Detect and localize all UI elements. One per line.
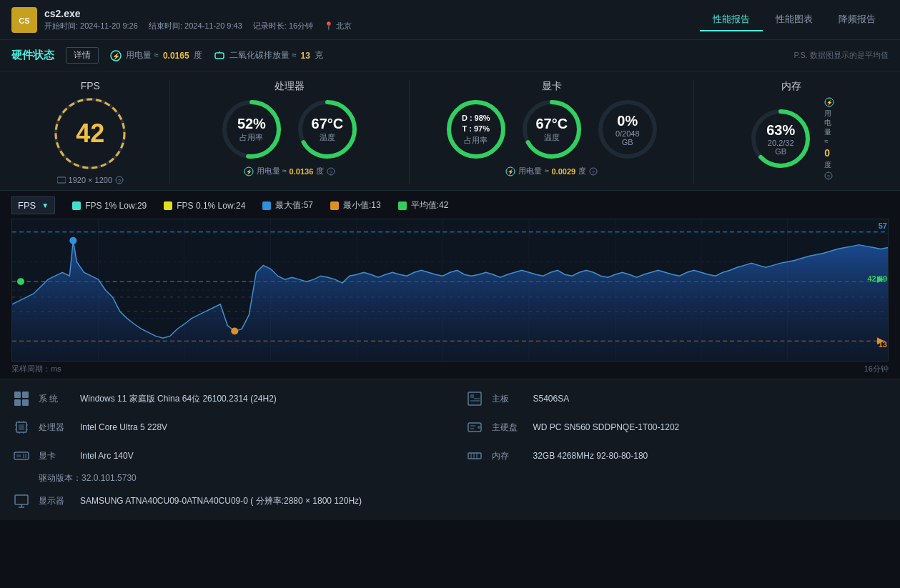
app-icon: CS — [11, 7, 37, 33]
svg-rect-68 — [19, 424, 24, 430]
cpu-power-icon: ⚡ — [244, 166, 254, 176]
svg-point-54 — [69, 237, 76, 244]
sysinfo-storage-row: 主硬盘 WD PC SN560 SDDPNQE-1T00-1202 — [465, 415, 889, 439]
app-header: CS cs2.exe 开始时间: 2024-11-20 9:26 结束时间: 2… — [0, 0, 900, 40]
svg-rect-85 — [468, 453, 481, 459]
svg-rect-60 — [22, 392, 29, 398]
hardware-bar: 硬件状态 详情 ⚡ 用电量 ≈ 0.0165 度 二氧化碳排放量 ≈ 13 克 … — [0, 40, 900, 71]
legend-dot-avg — [398, 201, 407, 210]
svg-rect-8 — [57, 177, 66, 183]
gpu-vram-value: 0% — [611, 113, 643, 129]
motherboard-key: 主板 — [492, 393, 526, 405]
driver-row: 驱动版本：32.0.101.5730 — [11, 472, 436, 484]
memory-usage-sub: 20.2/32 GB — [765, 139, 797, 156]
storage-icon — [465, 417, 485, 437]
memory-label: 内存 — [781, 80, 801, 93]
svg-rect-59 — [14, 392, 21, 398]
fps-value: 42 — [76, 119, 104, 149]
svg-rect-64 — [470, 394, 474, 398]
sysinfo-gpu-row: 显卡 Intel Arc 140V — [11, 444, 436, 468]
driver-label: 驱动版本：32.0.101.5730 — [39, 473, 137, 483]
gpu-power-question-icon: ? — [589, 167, 598, 176]
chart-svg — [12, 219, 888, 361]
gpu-temp-gauge: 67°C 温度 — [520, 97, 584, 161]
sysinfo-motherboard-row: 主板 S5406SA — [465, 387, 889, 411]
os-icon — [11, 389, 31, 409]
cpu-temp-gauge: 67°C 温度 — [295, 97, 360, 161]
fps-label: FPS — [81, 80, 100, 91]
cpu-temp-label: 温度 — [312, 132, 344, 143]
fps-chart — [11, 219, 889, 362]
power-stat: ⚡ 用电量 ≈ 0.0165 度 — [110, 49, 202, 61]
legend-dot-fps01 — [164, 201, 172, 210]
legend-min: 最小值:13 — [330, 199, 381, 211]
cpu-info-icon — [11, 417, 31, 437]
memory-info-key: 内存 — [492, 450, 526, 462]
chart-wrapper: 57 42.29 13 — [11, 219, 889, 362]
hardware-title: 硬件状态 — [11, 49, 54, 62]
svg-point-55 — [231, 327, 238, 334]
nav-throttle-report[interactable]: 降频报告 — [826, 9, 889, 31]
power-icon: ⚡ — [110, 50, 122, 61]
start-time: 开始时间: 2024-11-20 9:26 — [44, 21, 138, 30]
sysinfo-cpu-row: 处理器 Intel Core Ultra 5 228V — [11, 415, 436, 439]
memory-info-icon — [465, 446, 485, 466]
chart-section: FPS ▼ FPS 1% Low:29 FPS 0.1% Low:24 最大值:… — [0, 191, 900, 379]
svg-text:⚡: ⚡ — [826, 99, 833, 106]
svg-rect-4 — [215, 53, 224, 59]
selector-arrow: ▼ — [41, 201, 49, 209]
cpu-usage-label: 占用率 — [237, 132, 266, 143]
svg-text:?: ? — [330, 170, 332, 175]
fps-resolution: 1920 × 1200 ? — [57, 176, 124, 184]
cpu-usage-value: 52% — [237, 116, 266, 132]
chart-footer: 采样周期：ms 16分钟 — [11, 364, 889, 374]
cpu-temp-value: 67°C — [312, 116, 344, 132]
gpu-info-value: Intel Arc 140V — [80, 451, 134, 461]
app-title: cs2.exe — [44, 8, 369, 19]
svg-rect-82 — [16, 454, 21, 457]
question-icon: ? — [115, 176, 124, 184]
resolution-icon — [57, 176, 66, 184]
svg-rect-61 — [14, 399, 21, 406]
chart-max-label: 57 — [879, 221, 887, 230]
data-note: P.S. 数据图显示的是平均值 — [794, 50, 889, 61]
memory-power-icon: ⚡ — [824, 97, 834, 107]
storage-value: WD PC SN560 SDDPNQE-1T00-1202 — [533, 422, 680, 432]
gpu-temp-value: 67°C — [535, 116, 568, 132]
chart-avg-label: 42.29 — [867, 274, 887, 283]
memory-section: 内存 63% 20.2/32 GB ⚡ 用电量≈ 0 度 ? — [694, 80, 889, 184]
display-icon — [11, 491, 31, 511]
svg-text:⚡: ⚡ — [112, 52, 121, 61]
display-key: 显示器 — [39, 495, 73, 507]
cpu-label: 处理器 — [275, 80, 305, 93]
svg-text:?: ? — [827, 174, 830, 179]
motherboard-icon — [465, 389, 485, 409]
cpu-info-value: Intel Core Ultra 5 228V — [80, 422, 167, 432]
memory-info-value: 32GB 4268MHz 92-80-80-180 — [533, 451, 648, 461]
app-info: cs2.exe 开始时间: 2024-11-20 9:26 结束时间: 2024… — [44, 8, 369, 31]
display-value: SAMSUNG ATNA40CU09-0ATNA40CU09-0 ( 分辨率:2… — [80, 495, 362, 507]
nav-performance-chart[interactable]: 性能图表 — [763, 9, 826, 31]
location: 📍 北京 — [324, 21, 360, 30]
detail-button[interactable]: 详情 — [66, 47, 99, 64]
gauges-row: FPS 42 1920 × 1200 ? 处理器 — [0, 71, 900, 191]
svg-point-78 — [478, 426, 480, 429]
metric-selector[interactable]: FPS ▼ — [11, 196, 55, 214]
fps-gauge: 42 — [51, 94, 129, 173]
gpu-info-key: 显卡 — [39, 450, 73, 462]
legend-max: 最大值:57 — [262, 199, 313, 211]
gpu-vram-sub: 0/2048 GB — [611, 129, 643, 146]
legend-avg: 平均值:42 — [398, 199, 449, 211]
svg-text:?: ? — [118, 178, 122, 184]
end-time: 结束时间: 2024-11-20 9:43 — [149, 21, 242, 30]
motherboard-value: S5406SA — [533, 394, 570, 404]
os-value: Windows 11 家庭版 China 64位 26100.2314 (24H… — [80, 393, 277, 405]
svg-text:⚡: ⚡ — [508, 169, 514, 175]
nav-performance-report[interactable]: 性能报告 — [700, 9, 763, 31]
gpu-usage-gauge: D : 98%T : 97% 占用率 — [444, 97, 508, 161]
svg-text:?: ? — [592, 170, 595, 175]
memory-power-info: ⚡ 用电量≈ 0 度 ? — [824, 97, 834, 180]
svg-text:CS: CS — [19, 16, 29, 25]
legend-dot-max — [262, 201, 271, 210]
cpu-section: 处理器 52% 占用率 — [170, 80, 410, 184]
